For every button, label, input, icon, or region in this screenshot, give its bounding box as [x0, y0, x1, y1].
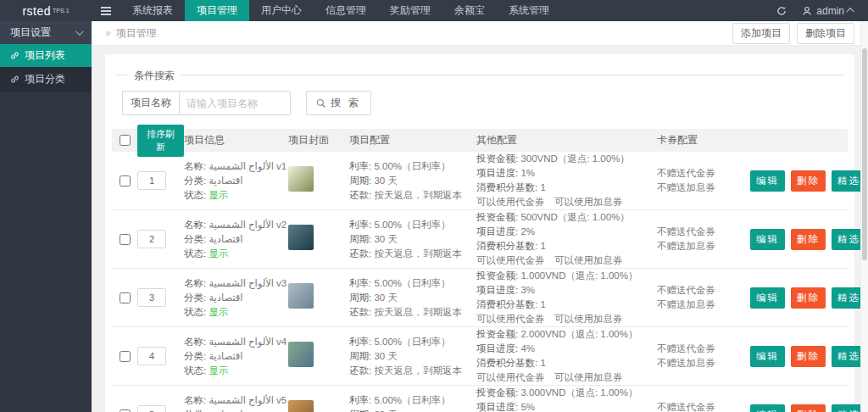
project-category: اقتصادية — [209, 409, 242, 412]
sort-order-input[interactable] — [137, 171, 166, 190]
edit-button[interactable]: 编辑 — [750, 346, 785, 367]
sort-order-input[interactable] — [137, 230, 166, 248]
row-checkbox[interactable] — [120, 292, 131, 303]
no-voucher-note: 不赠送代金券 — [657, 283, 728, 298]
nav-item[interactable]: 用户中心 — [249, 0, 314, 21]
hamburger-icon[interactable] — [92, 0, 120, 21]
cycle-value: 30 天 — [374, 351, 398, 361]
topbar-right: admin — [776, 0, 868, 21]
table-body: 名称: الألواح الشمسية v1 分类: اقتصادية 状态: … — [112, 152, 848, 412]
sidebar: 项目设置 项目列表项目分类 — [0, 21, 92, 412]
invest-amount: 300VND（退点: 1.00%） — [520, 153, 629, 164]
points-base: 1 — [540, 182, 545, 192]
delete-button[interactable]: 删除 — [791, 404, 826, 412]
edit-button[interactable]: 编辑 — [750, 287, 785, 309]
sort-refresh-button[interactable]: 排序刷新 — [137, 125, 184, 157]
page-title: 项目管理 — [116, 27, 157, 39]
table-row: 名称: الألواح الشمسية v1 分类: اقتصادية 状态: … — [112, 152, 848, 210]
row-checkbox[interactable] — [120, 351, 131, 362]
rate-value: 5.00%（日利率） — [374, 395, 450, 405]
sort-order-input[interactable] — [137, 347, 166, 365]
header-coupon-config: 卡券配置 — [657, 133, 728, 148]
project-cover-image — [288, 166, 314, 192]
no-interest-coupon-note: 不赠送加息券 — [657, 181, 728, 195]
header-other-config: 其他配置 — [476, 133, 657, 148]
status-toggle[interactable]: 显示 — [209, 365, 228, 376]
logo: rsted TPS.1 — [0, 0, 92, 21]
table-row: 名称: الألواح الشمسية v3 分类: اقتصادية 状态: … — [112, 269, 848, 327]
sort-order-input[interactable] — [137, 288, 166, 307]
repay-value: 按天返息，到期返本 — [374, 248, 462, 259]
table-row: 名称: الألواح الشمسية v2 分类: اقتصادية 状态: … — [112, 210, 848, 269]
scrollbar-thumb[interactable] — [862, 48, 867, 260]
status-toggle[interactable]: 显示 — [209, 248, 228, 259]
user-icon — [802, 6, 812, 16]
nav-item[interactable]: 项目管理 — [185, 0, 249, 21]
delete-button[interactable]: 删除 — [791, 170, 826, 192]
row-checkbox[interactable] — [120, 175, 131, 187]
chevron-down-icon — [75, 27, 84, 36]
row-checkbox[interactable] — [120, 234, 131, 245]
status-toggle[interactable]: 显示 — [209, 307, 228, 317]
nav-item[interactable]: 信息管理 — [314, 0, 378, 21]
refresh-icon — [776, 6, 787, 16]
sort-order-input[interactable] — [137, 405, 166, 412]
invest-amount: 2.000VND（退点: 1.00%） — [520, 329, 637, 339]
project-name: الألواح الشمسية v1 — [209, 161, 287, 171]
no-interest-coupon-note: 不赠送加息券 — [657, 356, 728, 370]
delete-project-button[interactable]: 删除项目 — [797, 23, 854, 44]
nav-item[interactable]: 奖励管理 — [378, 0, 442, 21]
no-voucher-note: 不赠送代金券 — [657, 225, 728, 239]
coupon-usable-note: 可以使用代金券 可以使用加息券 — [476, 195, 657, 209]
content-card: 条件搜索 项目名称 搜 索 排序刷新 项目信息 项目封面 — [105, 54, 854, 412]
breadcrumb-symbol: » — [105, 27, 111, 39]
project-category: اقتصادية — [209, 175, 242, 186]
progress-value: 1% — [520, 168, 535, 178]
row-checkbox[interactable] — [120, 409, 131, 412]
add-project-button[interactable]: 添加项目 — [732, 23, 790, 44]
sidebar-group-project-settings[interactable]: 项目设置 — [0, 21, 92, 44]
search-fieldset: 条件搜索 项目名称 搜 索 — [115, 75, 844, 115]
search-legend: 条件搜索 — [127, 69, 181, 83]
edit-button[interactable]: 编辑 — [750, 170, 785, 192]
select-all-checkbox[interactable] — [120, 135, 131, 146]
coupon-usable-note: 可以使用代金券 可以使用加息券 — [476, 253, 657, 268]
link-icon — [10, 75, 19, 84]
progress-value: 4% — [520, 343, 535, 354]
sidebar-item[interactable]: 项目列表 — [0, 44, 92, 68]
user-menu[interactable]: admin — [802, 5, 854, 17]
topbar: rsted TPS.1 系统报表项目管理用户中心信息管理奖励管理余额宝系统管理 … — [0, 0, 868, 21]
delete-button[interactable]: 删除 — [791, 229, 826, 250]
refresh-button[interactable] — [776, 6, 787, 16]
status-toggle[interactable]: 显示 — [209, 190, 228, 200]
delete-button[interactable]: 删除 — [791, 287, 826, 309]
edit-button[interactable]: 编辑 — [750, 404, 785, 412]
main-content: »项目管理 添加项目 删除项目 条件搜索 项目名称 搜 索 — [92, 21, 868, 412]
chevron-up-icon — [846, 8, 854, 16]
project-cover-image — [288, 283, 314, 309]
topbar-nav: 系统报表项目管理用户中心信息管理奖励管理余额宝系统管理 — [120, 0, 561, 21]
invest-amount: 500VND（退点: 1.00%） — [520, 212, 629, 222]
nav-item[interactable]: 余额宝 — [442, 0, 497, 21]
breadcrumb: »项目管理 — [105, 26, 157, 41]
repay-value: 按天返息，到期返本 — [374, 307, 462, 317]
no-voucher-note: 不赠送代金券 — [657, 342, 728, 356]
cycle-value: 30 天 — [374, 175, 398, 186]
sidebar-item-label: 项目分类 — [25, 72, 65, 86]
project-name: الألواح الشمسية v3 — [209, 278, 287, 288]
nav-item[interactable]: 系统管理 — [497, 0, 561, 21]
logo-text: rsted — [22, 4, 51, 18]
search-button[interactable]: 搜 索 — [306, 91, 371, 115]
project-category: اقتصادية — [209, 351, 242, 361]
points-base: 1 — [540, 358, 545, 368]
edit-button[interactable]: 编辑 — [750, 229, 785, 250]
sidebar-item[interactable]: 项目分类 — [0, 68, 92, 92]
delete-button[interactable]: 删除 — [791, 346, 826, 367]
project-cover-image — [288, 342, 314, 367]
project-name: الألواح الشمسية v2 — [209, 220, 287, 230]
username: admin — [816, 5, 844, 17]
header-project-info: 项目信息 — [184, 133, 288, 148]
cycle-value: 30 天 — [374, 234, 398, 244]
nav-item[interactable]: 系统报表 — [120, 0, 185, 21]
project-name-input[interactable] — [179, 91, 291, 115]
